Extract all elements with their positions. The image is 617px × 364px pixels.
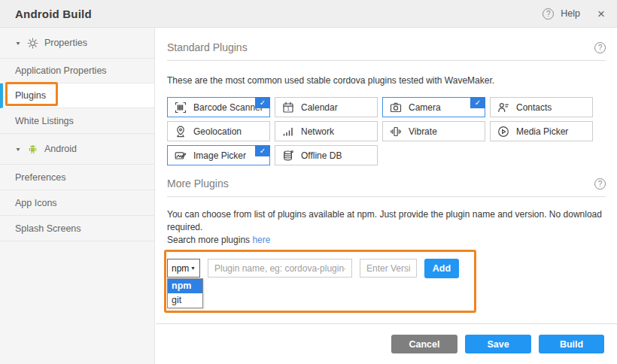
plugin-tile-network[interactable]: Network ✓ [275,121,378,141]
source-select-value: npm [172,263,189,274]
plugin-label: Offline DB [301,150,342,161]
description-line-2: Search more plugins [167,235,252,245]
description-line-1: You can choose from list of plugins avai… [167,209,602,232]
main-panel: Standard Plugins ? These are the most co… [156,28,617,364]
source-option-npm[interactable]: npm [168,279,202,293]
plugin-name-input[interactable] [208,259,352,278]
plugin-tile-image-picker[interactable]: Image Picker ✓ [167,145,270,165]
help-link[interactable]: Help [561,8,580,19]
standard-plugins-header: Standard Plugins ? [167,28,606,61]
plugin-label: Media Picker [516,126,568,137]
sidebar-item-label: Android [44,144,77,154]
plugin-tile-contacts[interactable]: Contacts ✓ [490,97,593,117]
sidebar-item-android[interactable]: ▼ Android [0,134,154,165]
vibrate-phone-icon [390,126,402,138]
chevron-down-icon: ▼ [190,265,196,271]
plugin-tile-offline-db[interactable]: Offline DB ✓ [275,145,378,165]
sidebar-item-label: Application Properties [15,65,107,76]
version-input[interactable] [360,259,417,278]
play-circle-icon [497,126,509,138]
source-select-dropdown: npm git [167,278,203,308]
more-plugins-description: You can choose from list of plugins avai… [167,208,606,247]
sidebar-item-label: Properties [44,38,87,48]
sidebar-item-label: Plugins [15,90,46,101]
location-pin-icon [175,126,187,138]
gear-icon [27,38,38,49]
plugin-tile-camera[interactable]: Camera ✓ [382,97,485,117]
help-icon[interactable]: ? [543,8,554,20]
section-help-icon[interactable]: ? [594,178,606,190]
section-help-icon[interactable]: ? [594,42,606,53]
sidebar-item-properties[interactable]: ▼ Properties [0,28,154,59]
plugin-tile-media-picker[interactable]: Media Picker ✓ [490,121,593,141]
sidebar-item-label: Splash Screens [15,223,81,234]
chevron-down-icon: ▼ [15,40,21,46]
sidebar-item-white-listings[interactable]: White Listings [0,108,154,134]
svg-text:1: 1 [287,106,290,111]
signal-bars-icon [282,126,294,138]
plugin-label: Calendar [301,102,338,113]
close-icon[interactable]: × [597,8,605,20]
plugin-label: Vibrate [409,126,437,137]
checkmark-icon: ✓ [255,97,270,108]
build-button[interactable]: Build [539,335,604,353]
plugin-label: Barcode Scanner [193,102,263,113]
plugin-tile-vibrate[interactable]: Vibrate ✓ [382,121,485,141]
source-select[interactable]: npm ▼ [167,259,200,278]
search-plugins-link[interactable]: here [252,235,270,245]
plugin-tile-geolocation[interactable]: Geolocation ✓ [167,121,270,141]
image-edit-icon [175,150,187,162]
plugin-label: Image Picker [193,150,246,161]
standard-plugins-description: These are the most common used stable co… [167,74,606,87]
dialog-footer: Cancel Save Build [156,323,617,364]
plugin-label: Contacts [516,102,552,113]
sidebar-item-preferences[interactable]: Preferences [0,165,154,190]
plugin-label: Camera [409,102,441,113]
checkmark-icon: ✓ [255,145,270,156]
sidebar-item-label: App Icons [15,198,57,208]
calendar-icon: 1 [282,102,294,114]
sidebar-item-app-icons[interactable]: App Icons [0,190,154,216]
sidebar-item-label: White Listings [15,116,74,126]
contacts-icon [497,102,509,114]
checkmark-icon: ✓ [470,97,485,108]
camera-icon [390,102,402,114]
plugin-label: Network [301,126,334,137]
section-title: More Plugins [167,177,229,190]
plugin-tile-barcode-scanner[interactable]: Barcode Scanner ✓ [167,97,270,117]
cancel-button[interactable]: Cancel [391,335,457,353]
barcode-icon [175,102,187,114]
sidebar: ▼ Properties Application Properties Plug… [0,28,155,364]
plugin-tile-calendar[interactable]: 1 Calendar ✓ [275,97,378,117]
sidebar-item-label: Preferences [15,172,65,183]
more-plugins-header: More Plugins ? [167,165,606,197]
android-icon [27,144,38,155]
add-button[interactable]: Add [424,259,459,278]
dialog-title: Android Build [15,8,92,20]
plugin-grid: Barcode Scanner ✓ 1 Calendar ✓ Camera ✓ [167,97,596,165]
sidebar-item-plugins[interactable]: Plugins [0,83,154,108]
section-title: Standard Plugins [167,41,248,53]
dialog-header: Android Build ? Help × [0,0,617,28]
source-option-git[interactable]: git [168,293,202,308]
sidebar-item-application-properties[interactable]: Application Properties [0,59,154,83]
plugin-label: Geolocation [193,126,242,137]
database-icon [282,150,294,162]
save-button[interactable]: Save [465,335,531,353]
sidebar-item-splash-screens[interactable]: Splash Screens [0,216,154,241]
chevron-down-icon: ▼ [15,146,21,152]
